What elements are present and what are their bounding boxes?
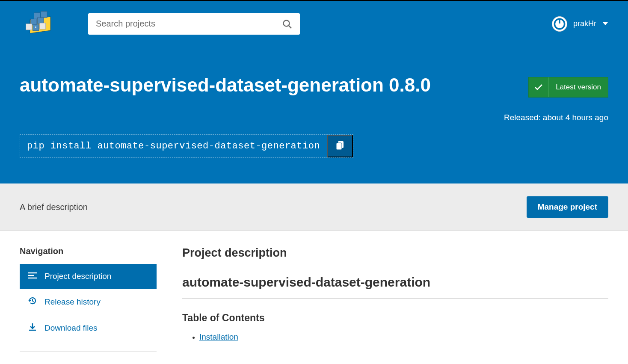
nav-release-history[interactable]: Release history [20, 289, 157, 315]
content-area: Navigation Project description Release h… [0, 231, 628, 364]
avatar-icon [552, 16, 567, 32]
released-text: Released: about 4 hours ago [504, 113, 608, 122]
pip-command: pip install automate-supervised-dataset-… [20, 135, 327, 157]
latest-version-badge[interactable]: Latest version [528, 77, 608, 98]
package-banner: automate-supervised-dataset-generation 0… [0, 46, 628, 183]
nav-project-description[interactable]: Project description [20, 264, 157, 289]
download-icon [28, 323, 37, 333]
nav-download-files[interactable]: Download files [20, 315, 157, 341]
divider [182, 298, 608, 299]
svg-rect-8 [39, 23, 45, 29]
copy-button[interactable] [327, 135, 353, 157]
summary-text: A brief description [20, 202, 88, 212]
toc-item: Installation [199, 332, 608, 342]
svg-rect-6 [26, 24, 32, 30]
toc-list: Installation [182, 332, 608, 342]
nav-item-label: Project description [44, 272, 111, 281]
svg-line-11 [289, 26, 291, 28]
search-icon[interactable] [282, 19, 292, 29]
copy-icon [336, 141, 344, 151]
nav-item-label: Download files [44, 323, 98, 333]
svg-rect-4 [38, 18, 44, 24]
username: prakHr [573, 19, 596, 28]
toc-link-installation[interactable]: Installation [199, 332, 238, 341]
svg-rect-15 [336, 143, 342, 150]
align-left-icon [28, 272, 37, 281]
svg-point-9 [35, 27, 36, 28]
nav-item-label: Release history [44, 297, 101, 307]
manage-project-button[interactable]: Manage project [527, 196, 608, 218]
section-heading: Project description [182, 246, 608, 260]
package-title: automate-supervised-dataset-generation 0… [20, 72, 431, 98]
nav-heading: Navigation [20, 246, 157, 256]
summary-bar: A brief description Manage project [0, 183, 628, 231]
svg-rect-3 [41, 12, 47, 18]
user-menu[interactable]: prakHr [552, 16, 608, 32]
nav-divider [20, 351, 157, 352]
main-content: Project description automate-supervised-… [182, 246, 608, 352]
search-input[interactable] [96, 19, 282, 29]
svg-line-20 [33, 301, 34, 302]
svg-point-10 [284, 20, 290, 26]
svg-rect-13 [559, 19, 560, 23]
latest-version-label: Latest version [549, 77, 608, 97]
search-box[interactable] [88, 13, 300, 35]
check-icon [529, 77, 549, 97]
caret-down-icon [602, 19, 608, 28]
site-header: prakHr [0, 1, 628, 46]
toc-heading: Table of Contents [182, 312, 608, 324]
sidebar: Navigation Project description Release h… [20, 246, 157, 352]
pypi-logo[interactable] [20, 10, 54, 38]
package-name-heading: automate-supervised-dataset-generation [182, 275, 608, 290]
pip-command-box: pip install automate-supervised-dataset-… [20, 134, 353, 158]
history-icon [28, 296, 37, 307]
